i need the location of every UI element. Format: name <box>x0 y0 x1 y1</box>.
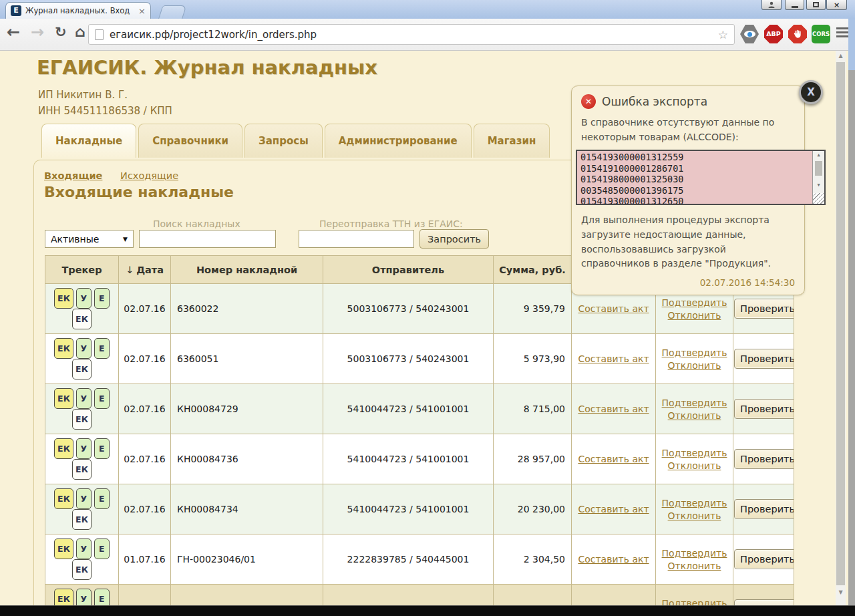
maximize-button[interactable] <box>806 0 826 10</box>
compose-act-link[interactable]: Составить акт <box>578 504 649 514</box>
scroll-down-icon[interactable]: ▼ <box>813 181 824 190</box>
popup-instruction: Для выполнения процедуры экспорта загруз… <box>581 213 795 271</box>
tracker-badge: ЕК <box>54 438 73 459</box>
popup-close-button[interactable]: X <box>799 80 823 104</box>
tracker-badge: ЕК <box>72 509 92 530</box>
reject-link[interactable]: Отклонить <box>657 410 732 421</box>
invoice-row: ЕКУЕЕК 02.07.16 КН00084729 5410044723 / … <box>45 384 794 434</box>
popup-title: Ошибка экспорта <box>602 95 707 108</box>
compose-act-link[interactable]: Составить акт <box>578 454 649 464</box>
cors-extension-icon[interactable]: CORS <box>812 25 830 43</box>
compose-act-link[interactable]: Составить акт <box>578 303 649 314</box>
company-name: ИП Никитин В. Г. <box>38 89 128 101</box>
col-sum: Сумма, руб. <box>494 256 572 284</box>
compose-act-link[interactable]: Составить акт <box>578 554 649 565</box>
invoices-table: Трекер ↓Дата Номер накладной Отправитель… <box>45 255 794 616</box>
page-scroll-down-icon[interactable]: ▼ <box>836 589 846 595</box>
request-button[interactable]: Запросить <box>419 229 489 249</box>
sum-cell: 20 230,00 <box>494 484 572 534</box>
tracker-badge: Е <box>94 388 110 409</box>
invoice-row: ЕКУЕЕК 02.07.16 КН00084734 5410044723 / … <box>45 484 794 534</box>
tab-administration[interactable]: Администрирование <box>325 124 472 158</box>
col-sender: Отправитель <box>323 256 494 284</box>
alccode-textarea[interactable]: 0154193000001312559 0154191000001286701 … <box>576 150 826 205</box>
person-icon <box>768 1 775 8</box>
check-button[interactable]: Проверить <box>734 449 794 469</box>
tracker-badge: Е <box>94 338 110 359</box>
section-heading: Входящие накладные <box>44 184 234 200</box>
tab-invoices[interactable]: Накладные <box>41 124 136 158</box>
subnav-outgoing-link[interactable]: Исходящие <box>120 170 178 181</box>
home-icon[interactable]: ⌂ <box>75 23 86 40</box>
tracker-badge: ЕК <box>72 409 92 430</box>
profile-button[interactable] <box>761 0 782 10</box>
number-cell: 6360022 <box>171 284 323 334</box>
new-tab-button[interactable] <box>158 5 186 20</box>
check-button[interactable]: Проверить <box>734 399 794 419</box>
tracker-badge: ЕК <box>72 309 92 329</box>
col-date[interactable]: ↓Дата <box>119 256 171 284</box>
resize-grip[interactable] <box>812 193 824 204</box>
page-scrollbar[interactable]: ▲ ▼ <box>836 51 846 616</box>
tab-requests[interactable]: Запросы <box>244 124 323 158</box>
scroll-up-icon[interactable]: ▲ <box>813 151 824 160</box>
tracker-badge: ЕК <box>72 359 92 379</box>
status-select[interactable]: Активные ▼ <box>45 230 134 248</box>
subnav-incoming-link[interactable]: Входящие <box>44 170 102 181</box>
url-text[interactable]: егаисик.рф/project12work/in_orders.php <box>110 29 718 41</box>
reject-link[interactable]: Отклонить <box>657 360 732 371</box>
bookmark-star-icon[interactable]: ☆ <box>718 28 728 41</box>
alccode-list: 0154193000001312559 0154191000001286701 … <box>580 152 810 205</box>
invoice-row: ЕКУЕЕК 02.07.16 6360051 5003106773 / 540… <box>45 334 794 384</box>
ttn-resend-input[interactable] <box>299 230 414 248</box>
sender-cell: 5410044723 / 541001001 <box>323 484 494 534</box>
browser-menu-icon[interactable] <box>836 27 850 39</box>
browser-tab[interactable]: E Журнал накладных. Вход × <box>5 2 151 19</box>
scrollbar-thumb[interactable] <box>815 161 822 176</box>
tracker-cell: ЕКУЕЕК <box>45 384 119 434</box>
tracker-badge: ЕК <box>54 538 73 559</box>
popup-message: В справочнике отсутствуют данные по неко… <box>581 116 795 144</box>
reject-link[interactable]: Отклонить <box>657 561 732 571</box>
tracker-cell: ЕКУЕЕК <box>45 534 119 585</box>
address-bar[interactable]: егаисик.рф/project12work/in_orders.php ☆ <box>88 24 735 45</box>
eye-pupil <box>747 32 752 37</box>
tracker-badge: У <box>76 488 92 509</box>
reject-link[interactable]: Отклонить <box>657 310 732 321</box>
check-cell: Проверить <box>733 534 794 585</box>
check-button[interactable]: Проверить <box>734 349 794 369</box>
export-error-popup: ✕ Ошибка экспорта В справочнике отсутств… <box>571 86 805 295</box>
reject-link[interactable]: Отклонить <box>657 510 732 521</box>
search-input[interactable] <box>139 230 276 248</box>
reload-icon[interactable]: ↻ <box>55 24 67 40</box>
adblock-plus-icon[interactable]: ABP <box>764 25 783 43</box>
confirm-link[interactable]: Подтвердить <box>657 297 732 308</box>
status-select-value: Активные <box>51 234 99 245</box>
check-button[interactable]: Проверить <box>734 499 794 519</box>
compose-act-link[interactable]: Составить акт <box>578 404 649 414</box>
textarea-scrollbar[interactable]: ▲ ▼ <box>812 151 824 204</box>
tab-directories[interactable]: Справочники <box>138 124 242 158</box>
page-scrollbar-thumb[interactable] <box>836 62 845 585</box>
eye-extension-icon[interactable] <box>740 25 759 43</box>
compose-act-link[interactable]: Составить акт <box>578 353 649 364</box>
check-button[interactable]: Проверить <box>734 299 794 319</box>
confirm-link[interactable]: Подтвердить <box>657 398 732 408</box>
maximize-icon <box>813 2 819 7</box>
check-button[interactable]: Проверить <box>734 549 794 569</box>
reject-link[interactable]: Отклонить <box>657 460 732 471</box>
stop-hand-icon[interactable] <box>788 25 807 43</box>
page-scroll-up-icon[interactable]: ▲ <box>836 51 846 61</box>
back-icon[interactable]: ← <box>7 23 20 41</box>
confirm-link[interactable]: Подтвердить <box>657 448 732 458</box>
number-cell: КН00084729 <box>171 384 323 434</box>
confirm-link[interactable]: Подтвердить <box>657 498 732 508</box>
tracker-cell: ЕКУЕЕК <box>45 334 119 384</box>
confirm-link[interactable]: Подтвердить <box>657 347 732 358</box>
window-close-button[interactable]: × <box>826 0 847 10</box>
confirm-reject-cell: ПодтвердитьОтклонить <box>656 384 733 434</box>
confirm-link[interactable]: Подтвердить <box>657 548 732 559</box>
tab-close-icon[interactable]: × <box>138 6 146 16</box>
minimize-button[interactable] <box>785 0 804 10</box>
tab-shop[interactable]: Магазин <box>474 124 550 158</box>
